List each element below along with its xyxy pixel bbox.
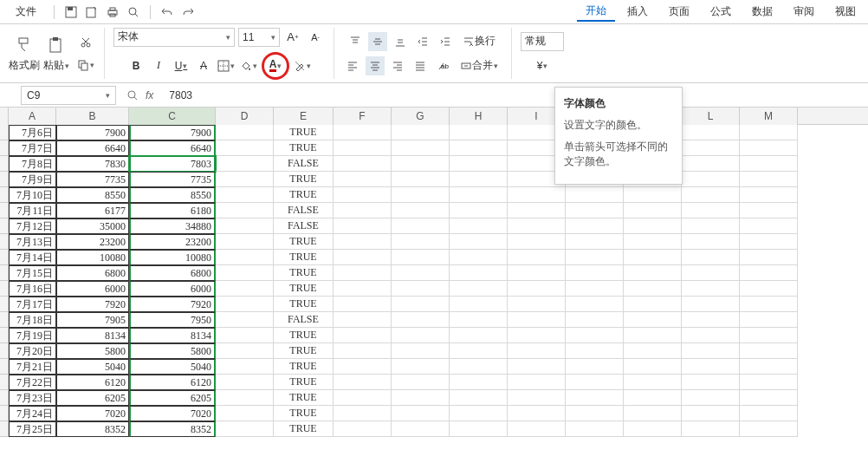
cell[interactable]: 5800 — [129, 343, 216, 359]
cell[interactable] — [508, 234, 566, 250]
cell[interactable]: 7月24日 — [9, 406, 56, 421]
cell[interactable] — [216, 187, 274, 203]
cell[interactable] — [566, 390, 624, 406]
cell[interactable]: FALSE — [274, 156, 334, 172]
cell[interactable] — [216, 297, 274, 312]
cell[interactable] — [450, 375, 508, 390]
cell[interactable]: TRUE — [274, 140, 334, 156]
cell[interactable] — [682, 203, 740, 218]
cell[interactable] — [216, 234, 274, 250]
spreadsheet-grid[interactable]: ABCDEFGHIJKLM 7月6日79007900TRUE7月7日664066… — [0, 108, 868, 437]
cell[interactable]: 6800 — [56, 265, 129, 281]
align-middle-button[interactable] — [368, 32, 387, 51]
cell[interactable] — [216, 390, 274, 406]
column-header-H[interactable]: H — [450, 108, 508, 125]
cell[interactable] — [740, 234, 798, 250]
cell[interactable] — [392, 125, 450, 140]
cell[interactable] — [508, 375, 566, 390]
row-header[interactable] — [0, 359, 9, 375]
cell[interactable] — [624, 281, 682, 297]
increase-font-button[interactable]: A+ — [283, 28, 302, 47]
row-header[interactable] — [0, 172, 9, 187]
paste-button[interactable]: 粘贴▾ — [43, 34, 69, 73]
fill-color-button[interactable]: ▾ — [239, 56, 258, 75]
cell[interactable]: 8134 — [129, 328, 216, 343]
cell[interactable] — [508, 390, 566, 406]
cell[interactable]: 7月11日 — [9, 203, 56, 218]
cell[interactable]: 6640 — [56, 140, 129, 156]
cell[interactable] — [450, 172, 508, 187]
cell[interactable]: TRUE — [274, 375, 334, 390]
cell[interactable]: TRUE — [274, 265, 334, 281]
cell[interactable]: FALSE — [274, 312, 334, 328]
cell[interactable]: FALSE — [274, 203, 334, 218]
cell[interactable]: 7月25日 — [9, 421, 56, 437]
cell[interactable] — [392, 203, 450, 218]
cell[interactable]: 8352 — [129, 421, 216, 437]
cell[interactable] — [624, 312, 682, 328]
cell[interactable] — [450, 234, 508, 250]
bold-button[interactable]: B — [126, 56, 146, 75]
cell[interactable]: 6800 — [129, 265, 216, 281]
tab-formula[interactable]: 公式 — [702, 3, 740, 21]
cell[interactable] — [682, 328, 740, 343]
strikethrough-button[interactable]: A — [194, 56, 213, 75]
cell[interactable] — [566, 421, 624, 437]
cell[interactable] — [216, 250, 274, 265]
save-as-icon[interactable] — [84, 4, 100, 20]
cell[interactable] — [450, 218, 508, 234]
cell[interactable] — [740, 140, 798, 156]
cell[interactable]: FALSE — [274, 218, 334, 234]
cell[interactable] — [624, 265, 682, 281]
cell[interactable] — [508, 312, 566, 328]
cell[interactable] — [566, 203, 624, 218]
cell[interactable] — [566, 359, 624, 375]
font-color-button[interactable]: A▾ — [266, 56, 285, 75]
cell[interactable] — [624, 421, 682, 437]
cell[interactable]: 7月12日 — [9, 218, 56, 234]
cell[interactable] — [682, 375, 740, 390]
cell[interactable] — [334, 312, 392, 328]
cell[interactable] — [682, 172, 740, 187]
cell[interactable] — [566, 218, 624, 234]
cell[interactable] — [682, 281, 740, 297]
cell[interactable] — [508, 359, 566, 375]
redo-icon[interactable] — [180, 4, 196, 20]
cell[interactable] — [216, 406, 274, 421]
cell[interactable]: 7905 — [56, 312, 129, 328]
cell[interactable]: 23200 — [129, 234, 216, 250]
row-header[interactable] — [0, 125, 9, 140]
row-header[interactable] — [0, 375, 9, 390]
currency-button[interactable]: ¥▾ — [533, 56, 552, 75]
cell[interactable] — [216, 343, 274, 359]
cell[interactable] — [624, 359, 682, 375]
cell[interactable]: 5040 — [129, 359, 216, 375]
cell[interactable] — [334, 359, 392, 375]
column-header-G[interactable]: G — [392, 108, 450, 125]
justify-button[interactable] — [411, 56, 430, 75]
cell[interactable] — [566, 406, 624, 421]
cell[interactable]: 7月17日 — [9, 297, 56, 312]
cell[interactable] — [508, 250, 566, 265]
cell[interactable]: TRUE — [274, 250, 334, 265]
cell[interactable]: 7月10日 — [9, 187, 56, 203]
align-right-button[interactable] — [388, 56, 407, 75]
cell[interactable] — [566, 187, 624, 203]
cell[interactable]: TRUE — [274, 281, 334, 297]
cell[interactable]: 8550 — [56, 187, 129, 203]
tab-insert[interactable]: 插入 — [619, 3, 657, 21]
cell[interactable] — [740, 156, 798, 172]
column-header-L[interactable]: L — [682, 108, 740, 125]
cell[interactable] — [624, 187, 682, 203]
cell[interactable]: 7月14日 — [9, 250, 56, 265]
cell[interactable] — [216, 265, 274, 281]
cell[interactable] — [392, 328, 450, 343]
cell[interactable] — [334, 187, 392, 203]
cell[interactable]: 7830 — [56, 156, 129, 172]
cell[interactable] — [334, 234, 392, 250]
cell[interactable] — [624, 406, 682, 421]
cell[interactable] — [566, 281, 624, 297]
cell[interactable] — [216, 328, 274, 343]
cell[interactable]: 6120 — [56, 375, 129, 390]
cell[interactable]: 7803 — [129, 156, 216, 172]
